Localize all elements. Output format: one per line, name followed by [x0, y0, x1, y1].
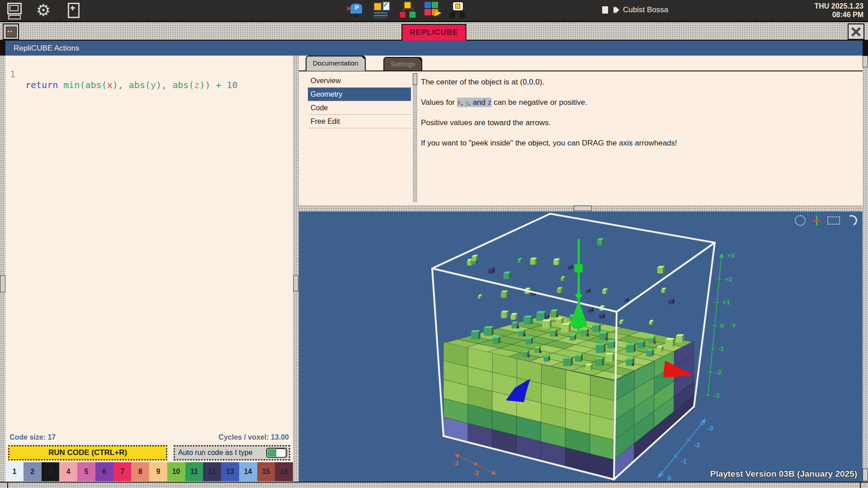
chat-cube-icon[interactable]	[448, 1, 467, 19]
code-token: z	[194, 80, 199, 90]
bottom-right-corner-grip[interactable]	[860, 483, 868, 488]
palette-swatch-4[interactable]: 4	[59, 462, 77, 481]
palette-swatch-13[interactable]: 13	[221, 462, 239, 481]
gear-icon[interactable]: ⚙	[34, 1, 52, 19]
window-title-bar[interactable]: RepliCUBE Actions	[5, 41, 863, 56]
left-edge-handle[interactable]	[0, 275, 5, 292]
line-number: 1	[10, 69, 15, 80]
svg-text:0: 0	[667, 474, 671, 482]
svg-text:-3: -3	[713, 391, 719, 399]
mailbox-icon[interactable]: P	[347, 1, 365, 19]
palette-swatch-11[interactable]: 11	[185, 462, 203, 481]
right-edge-handle-bottom[interactable]	[863, 469, 868, 481]
system-top-bar: ⚙ P ✓ Cubist Bossa THU 2025.1.23 08:46 P…	[0, 0, 868, 21]
autorun-toggle[interactable]	[266, 448, 287, 458]
horizontal-splitter[interactable]	[299, 205, 863, 211]
palette-swatch-1[interactable]: 1	[5, 462, 24, 481]
palette-swatch-15[interactable]: 15	[257, 462, 275, 481]
palette-swatch-number: 6	[102, 468, 106, 475]
palette-swatch-2[interactable]: 2	[24, 462, 42, 481]
right-edge-handle-top[interactable]	[863, 56, 868, 67]
svg-text:-2: -2	[473, 469, 479, 477]
axes-toggle-icon[interactable]	[812, 216, 821, 225]
documentation-panel: Documentation Settings OverviewGeometryC…	[299, 56, 863, 205]
autorun-label: Auto run code as I type	[178, 449, 253, 457]
code-token: x	[107, 80, 113, 90]
new-file-icon[interactable]	[64, 1, 82, 19]
toggle-knob[interactable]	[276, 449, 286, 457]
doc-nav-overview[interactable]: Overview	[308, 74, 411, 88]
code-editor-panel[interactable]: 1 return min(abs(x), abs(y), abs(z)) + 1…	[5, 56, 293, 482]
doc-nav-free-edit[interactable]: Free Edit	[308, 115, 411, 128]
clock: THU 2025.1.23 08:46 PM	[814, 2, 863, 19]
vertical-splitter[interactable]	[293, 56, 299, 482]
window-menu-box[interactable]	[3, 23, 19, 40]
code-token: y	[151, 80, 156, 90]
orbit-view-icon[interactable]	[795, 215, 806, 226]
palette-swatch-number: 14	[244, 468, 252, 475]
svg-text:-3: -3	[708, 424, 713, 432]
desktop: { "topbar": { "date": "THU 2025.1.23", "…	[0, 0, 868, 488]
doc-nav-code[interactable]: Code	[308, 101, 411, 115]
color-grid-icon[interactable]	[423, 1, 441, 19]
tab-settings[interactable]: Settings	[383, 57, 422, 71]
tab-fold-corner	[361, 56, 365, 60]
palette-swatch-12[interactable]: 12	[203, 462, 221, 481]
palette-swatch-number: 15	[262, 468, 270, 475]
floating-voxels	[467, 238, 675, 324]
svg-text:-1: -1	[681, 457, 687, 465]
replicube-window: REPLICUBE RepliCUBE Actions 1 return min…	[0, 21, 868, 488]
doc-paragraph: Values for x, y, and z can be negative o…	[421, 98, 855, 107]
palette-swatch-3[interactable]: 3	[42, 462, 60, 481]
code-token: 10	[222, 80, 238, 90]
palette-swatch-8[interactable]: 8	[131, 462, 149, 481]
skip-track-icon[interactable]	[613, 6, 618, 14]
horizontal-splitter-grip[interactable]	[574, 206, 592, 211]
doc-nav-geometry[interactable]: Geometry	[308, 88, 411, 101]
system-icons: ⚙	[5, 1, 82, 19]
svg-text:-1: -1	[718, 345, 724, 352]
bottom-left-corner-grip[interactable]	[0, 483, 8, 488]
palette-swatch-7[interactable]: 7	[113, 462, 132, 481]
autorun-panel: Auto run code as I type	[174, 445, 290, 460]
code-line[interactable]: 1 return min(abs(x), abs(y), abs(z)) + 1…	[5, 58, 293, 101]
window-left-edge[interactable]	[0, 56, 5, 482]
doc-paragraph: The center of the object is at (0,0,0).	[421, 78, 855, 87]
cube-network-icon[interactable]	[398, 1, 416, 19]
bounds-toggle-icon[interactable]	[827, 216, 840, 225]
doc-content: The center of the object is at (0,0,0).V…	[421, 78, 855, 159]
doc-divider-handle[interactable]	[413, 73, 417, 85]
window-tab-replicube[interactable]: REPLICUBE	[401, 24, 466, 41]
palette-swatch-number: 8	[138, 468, 142, 475]
code-token: +	[216, 80, 221, 90]
palette-swatch-5[interactable]: 5	[77, 462, 95, 481]
palette-swatch-number: 1	[12, 468, 16, 475]
display-icon[interactable]	[5, 1, 23, 19]
code-token: min(abs(	[58, 80, 107, 90]
reset-rotation-icon[interactable]	[845, 214, 859, 228]
window-bottom-edge[interactable]	[0, 482, 868, 488]
y-axis-arrowhead[interactable]	[570, 240, 587, 333]
voxel-scene[interactable]: +3+2+10-1-2-3Y-3-2-10-3-2	[299, 211, 863, 482]
palette-swatch-6[interactable]: 6	[95, 462, 113, 481]
tab-documentation[interactable]: Documentation	[306, 56, 366, 71]
code-token: return	[25, 80, 58, 90]
palette-swatch-14[interactable]: 14	[239, 462, 257, 481]
cube-checklist-icon[interactable]: ✓	[373, 1, 391, 19]
vertical-splitter-grip[interactable]	[293, 275, 298, 291]
code-size-label: Code size: 17	[9, 433, 56, 441]
run-code-button[interactable]: RUN CODE (CTRL+R)	[8, 445, 167, 460]
palette-swatch-number: 7	[120, 468, 124, 475]
doc-divider[interactable]	[413, 73, 417, 202]
svg-text:0: 0	[720, 322, 724, 329]
window-right-edge[interactable]	[863, 56, 868, 482]
palette-swatch-9[interactable]: 9	[149, 462, 167, 481]
stop-icon[interactable]	[602, 6, 608, 14]
doc-paragraph: Positive values are toward the arrows.	[421, 118, 855, 127]
palette-swatch-number: 16	[280, 468, 288, 475]
svg-text:-3: -3	[453, 459, 458, 467]
palette-swatch-16[interactable]: 16	[275, 462, 293, 481]
voxel-viewport[interactable]: +3+2+10-1-2-3Y-3-2-10-3-2 Playtest Versi…	[299, 211, 863, 482]
close-button[interactable]	[848, 23, 864, 40]
palette-swatch-10[interactable]: 10	[167, 462, 185, 481]
